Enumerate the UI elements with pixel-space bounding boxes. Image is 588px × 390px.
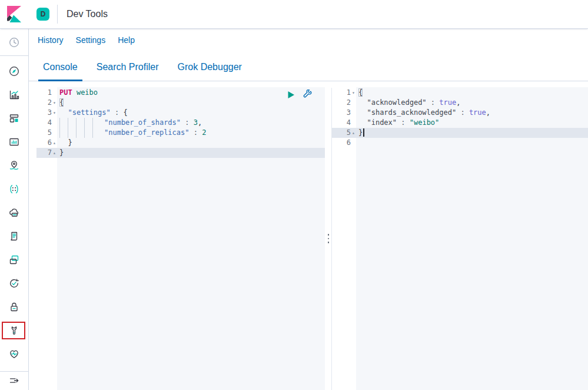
code-text: { [356,88,588,98]
code-line: 4"number_of_shards" : 3, [36,118,325,128]
code-token: "shards_acknowledged" [367,108,456,117]
code-line: 1▾{ [332,88,588,98]
sidebar-item-discover[interactable] [8,65,20,77]
line-number: 1 [332,88,351,98]
gutter-cell: 2▾ [36,98,57,108]
code-token: true [469,108,486,117]
code-text: "acknowledged" : true, [356,98,588,108]
code-line: 6▴ } [36,138,325,148]
kibana-logo[interactable] [0,0,28,28]
fold-toggle-icon[interactable]: ▾ [52,98,57,108]
header-divider [57,5,58,24]
code-token [427,98,431,107]
line-number: 4 [332,118,351,128]
tab-grok-debugger[interactable]: Grok Debugger [173,62,247,81]
code-token [358,118,367,127]
code-token: { [123,108,127,117]
sidebar-item-apm[interactable] [8,254,20,266]
sidebar-item-collapse-navigation[interactable] [8,375,20,386]
gutter-cell: 3 [332,108,356,118]
sidebar-item-maps[interactable] [8,160,20,171]
nav-link-help[interactable]: Help [118,35,135,45]
code-text: "index" : "weibo" [356,118,588,128]
code-token: weibo [77,88,98,97]
code-token: : [185,118,189,127]
monitoring-icon [8,348,20,360]
sidebar-item-infrastructure[interactable] [8,207,20,219]
nav-link-history[interactable]: History [38,35,64,45]
sidebar-item-monitoring[interactable] [8,348,20,360]
gutter-cell: 1 [36,88,57,98]
line-number: 7 [36,148,52,158]
fold-toggle-icon[interactable]: ▴ [52,138,57,148]
code-token [72,88,77,97]
fold-toggle-icon[interactable]: ▾ [52,108,57,118]
gutter-cell: 5 [36,128,57,138]
sidebar-item-dev-tools[interactable] [8,325,20,336]
sidebar-item-dashboard[interactable] [8,113,20,124]
request-actions [287,90,313,100]
gutter-cell: 2 [332,98,356,108]
code-token: "weibo" [410,118,440,127]
fold-spacer [52,118,57,128]
gutter-cell: 7▴ [36,148,57,158]
code-token: { [358,88,363,97]
fold-toggle-icon[interactable]: ▾ [351,88,356,98]
sidebar-item-uptime[interactable] [8,277,20,289]
fold-toggle-icon[interactable]: ▴ [52,148,57,158]
code-text: "number_of_replicas" : 2 [57,128,325,138]
sidebar-divider [0,55,28,56]
code-token: { [59,98,64,107]
sidebar-item-recent-items[interactable] [8,37,20,48]
collapse-navigation-icon [8,375,20,386]
tab-console[interactable]: Console [38,62,82,81]
line-number: 5 [36,128,52,138]
console-nav: HistorySettingsHelp [28,28,588,52]
code-text: "settings" : { [57,108,325,118]
code-token: "number_of_shards" [104,118,181,127]
top-header: D Dev Tools [0,0,588,29]
code-token: "number_of_replicas" [104,128,190,137]
gutter-cell: 4 [332,118,356,128]
gutter-cell: 3▾ [36,108,57,118]
code-token: : [431,98,435,107]
code-line: 5▴} [332,128,588,138]
code-token: PUT [59,88,72,97]
indent-guides [59,128,96,138]
fold-spacer [351,98,356,108]
recent-items-icon [8,37,20,48]
sidebar-item-machine-learning[interactable] [8,183,20,195]
code-text: } [356,128,588,138]
fold-spacer [351,118,356,128]
fold-spacer [52,88,57,98]
nav-link-settings[interactable]: Settings [76,35,106,45]
fold-toggle-icon[interactable]: ▴ [351,128,356,138]
sidebar-item-siem[interactable] [8,301,20,313]
indent-guides [59,118,96,128]
request-editor[interactable]: 1PUT weibo2▾{3▾ "settings" : {4"number_o… [36,88,325,390]
send-request-button[interactable] [287,91,295,99]
fold-spacer [351,138,356,148]
code-token [358,98,367,107]
gutter-cell: 4 [36,118,57,128]
sidebar-item-visualize[interactable] [8,89,20,101]
request-options-button[interactable] [303,90,313,100]
gutter-cell: 6▴ [36,138,57,148]
sidebar-item-canvas[interactable] [8,136,20,148]
gutter-cell: 1▾ [332,88,356,98]
code-text: } [57,148,325,158]
response-editor[interactable]: 1▾{2 "acknowledged" : true,3 "shards_ack… [331,88,588,390]
code-token: "settings" [68,108,110,117]
sidebar-item-logs[interactable] [8,230,20,242]
tab-search-profiler[interactable]: Search Profiler [92,62,164,81]
code-token: true [439,98,456,107]
dashboard-icon [8,113,20,124]
line-number: 2 [332,98,351,108]
code-token: : [194,128,198,137]
code-token: 2 [202,128,206,137]
dev-tools-tab-bar: ConsoleSearch ProfilerGrok Debugger [28,52,588,81]
line-number: 6 [332,138,351,148]
code-text: "number_of_shards" : 3, [57,118,325,128]
text-cursor [363,128,364,137]
kibana-logo-icon [7,6,21,22]
